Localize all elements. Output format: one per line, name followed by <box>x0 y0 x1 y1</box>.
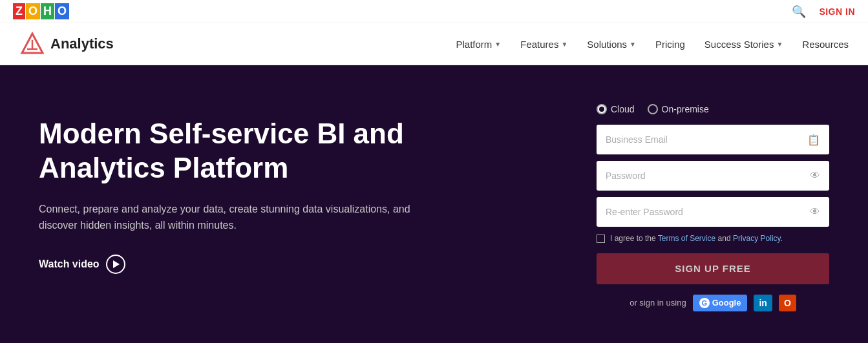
nav-item-features[interactable]: Features ▼ <box>520 39 567 50</box>
social-signin: or sign in using G Google in O <box>597 295 829 311</box>
terms-row: I agree to the Terms of Service and Priv… <box>597 233 829 244</box>
reenter-password-input[interactable] <box>606 207 810 217</box>
terms-prefix: I agree to the <box>610 234 658 243</box>
search-icon[interactable]: 🔍 <box>792 5 806 19</box>
reenter-password-eye-icon[interactable]: 👁 <box>810 206 820 218</box>
nav-label-success-stories: Success Stories <box>704 39 774 50</box>
email-input[interactable] <box>606 134 807 145</box>
chevron-down-icon: ▼ <box>561 41 567 48</box>
google-label: Google <box>712 298 741 308</box>
hero-section: Modern Self-service BI and Analytics Pla… <box>0 65 868 343</box>
zoho-logo: Z O H O <box>13 3 69 19</box>
hero-left: Modern Self-service BI and Analytics Pla… <box>39 91 597 274</box>
top-bar: Z O H O 🔍 SIGN IN <box>0 0 868 23</box>
on-premise-label: On-premise <box>662 104 709 114</box>
hero-title: Modern Self-service BI and Analytics Pla… <box>39 117 439 185</box>
linkedin-icon: in <box>759 298 767 308</box>
google-g-icon: G <box>699 298 710 308</box>
nav-label-solutions: Solutions <box>587 39 627 50</box>
terms-of-service-link[interactable]: Terms of Service <box>658 234 715 243</box>
email-icon: 📋 <box>807 134 820 146</box>
or-text: or sign in using <box>630 298 686 308</box>
password-field-wrapper: 👁 <box>597 161 829 191</box>
watch-video-label: Watch video <box>39 258 100 270</box>
nav-label-platform: Platform <box>456 39 492 50</box>
nav-bar: Analytics Platform ▼ Features ▼ Solution… <box>0 23 868 65</box>
chevron-down-icon: ▼ <box>494 41 501 48</box>
cloud-radio-option[interactable]: Cloud <box>597 104 635 114</box>
reenter-password-field-wrapper: 👁 <box>597 197 829 227</box>
nav-item-success-stories[interactable]: Success Stories ▼ <box>704 39 783 50</box>
password-eye-icon[interactable]: 👁 <box>810 170 820 182</box>
top-bar-right: 🔍 SIGN IN <box>792 5 855 19</box>
nav-label-resources: Resources <box>802 39 849 50</box>
deployment-radio-group: Cloud On-premise <box>597 104 829 114</box>
watch-video-button[interactable]: Watch video <box>39 255 125 274</box>
play-triangle-icon <box>113 260 120 268</box>
terms-text: I agree to the Terms of Service and Priv… <box>610 233 783 244</box>
on-premise-radio-button[interactable] <box>648 104 658 114</box>
analytics-logo-icon <box>19 31 45 57</box>
zoho-letter-z: Z <box>13 3 25 19</box>
zoho-letter-o2: O <box>55 3 69 19</box>
chevron-down-icon: ▼ <box>630 41 636 48</box>
terms-checkbox[interactable] <box>597 235 605 243</box>
on-premise-radio-option[interactable]: On-premise <box>648 104 709 114</box>
nav-label-pricing: Pricing <box>655 39 685 50</box>
brand[interactable]: Analytics <box>19 31 114 57</box>
signup-form: Cloud On-premise 📋 👁 👁 I agree to <box>597 91 829 311</box>
google-signin-button[interactable]: G Google <box>693 295 748 311</box>
linkedin-signin-button[interactable]: in <box>754 295 772 311</box>
chevron-down-icon: ▼ <box>776 41 783 48</box>
privacy-policy-link[interactable]: Privacy Policy <box>733 234 781 243</box>
cloud-radio-button[interactable] <box>597 104 607 114</box>
nav-links: Platform ▼ Features ▼ Solutions ▼ Pricin… <box>456 39 849 50</box>
nav-item-resources[interactable]: Resources <box>802 39 849 50</box>
signup-button[interactable]: SIGN UP FREE <box>597 253 829 284</box>
microsoft-office-signin-button[interactable]: O <box>779 295 796 311</box>
nav-item-platform[interactable]: Platform ▼ <box>456 39 501 50</box>
zoho-letter-o1: O <box>26 3 40 19</box>
terms-and: and <box>715 234 733 243</box>
nav-item-pricing[interactable]: Pricing <box>655 39 685 50</box>
office-icon: O <box>784 298 791 308</box>
hero-subtitle: Connect, prepare and analyze your data, … <box>39 201 414 234</box>
terms-suffix: . <box>781 234 783 243</box>
cloud-label: Cloud <box>611 104 635 114</box>
nav-item-solutions[interactable]: Solutions ▼ <box>587 39 636 50</box>
zoho-letter-h: H <box>41 3 54 19</box>
nav-label-features: Features <box>520 39 558 50</box>
sign-in-button[interactable]: SIGN IN <box>819 6 855 17</box>
brand-name: Analytics <box>50 36 114 52</box>
email-field-wrapper: 📋 <box>597 125 829 154</box>
password-input[interactable] <box>606 171 810 181</box>
play-circle-icon <box>106 255 125 274</box>
